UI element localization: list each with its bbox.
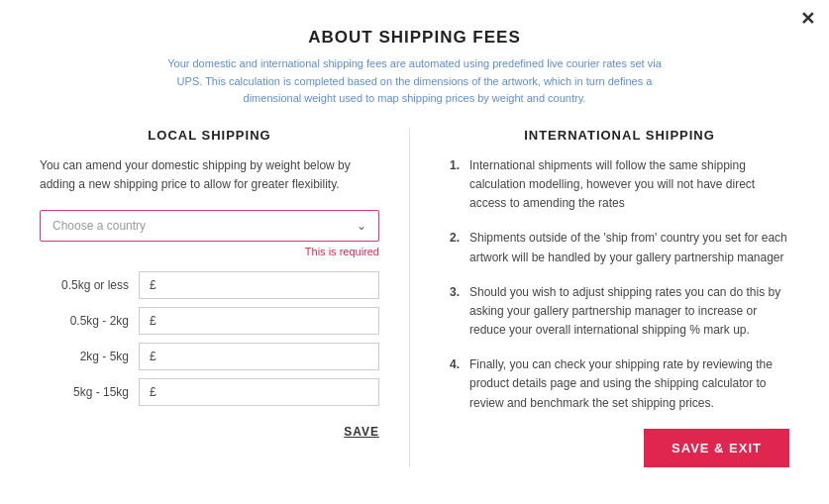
save-link-wrap: SAVE: [40, 422, 379, 440]
currency-symbol: £: [150, 350, 156, 363]
price-input-3[interactable]: [160, 385, 368, 399]
price-input-wrap: £: [139, 378, 379, 406]
weight-row: 0.5kg or less £: [40, 271, 379, 299]
modal: ✕ ABOUT SHIPPING FEES Your domestic and …: [0, 0, 829, 504]
international-list: 1. International shipments will follow t…: [450, 156, 789, 413]
list-item: 3. Should you wish to adjust shipping ra…: [450, 283, 789, 341]
list-item-num: 1.: [450, 156, 460, 175]
international-shipping-title: INTERNATIONAL SHIPPING: [450, 128, 789, 143]
modal-title: ABOUT SHIPPING FEES: [40, 28, 789, 48]
local-shipping-title: LOCAL SHIPPING: [40, 128, 379, 143]
modal-overlay: ✕ ABOUT SHIPPING FEES Your domestic and …: [0, 0, 829, 504]
currency-symbol: £: [150, 385, 156, 399]
weight-label: 0.5kg - 2kg: [40, 314, 129, 328]
list-item-text: International shipments will follow the …: [464, 156, 789, 214]
list-item-text: Should you wish to adjust shipping rates…: [464, 283, 789, 341]
price-input-wrap: £: [139, 271, 379, 299]
price-input-0[interactable]: [160, 278, 368, 292]
country-select[interactable]: Choose a country ⌄: [40, 210, 379, 242]
list-item-num: 4.: [450, 355, 460, 374]
weight-label: 0.5kg or less: [40, 278, 129, 292]
list-item: 1. International shipments will follow t…: [450, 156, 789, 214]
currency-symbol: £: [150, 314, 156, 328]
weight-row: 0.5kg - 2kg £: [40, 307, 379, 335]
weight-rows: 0.5kg or less £ 0.5kg - 2kg £: [40, 271, 379, 406]
price-input-wrap: £: [139, 343, 379, 370]
columns: LOCAL SHIPPING You can amend your domest…: [40, 128, 789, 467]
save-button[interactable]: SAVE: [344, 425, 379, 439]
list-item-text: Finally, you can check your shipping rat…: [464, 355, 789, 413]
price-input-2[interactable]: [160, 350, 368, 363]
weight-label: 2kg - 5kg: [40, 350, 129, 363]
list-item: 4. Finally, you can check your shipping …: [450, 355, 789, 413]
list-item-num: 2.: [450, 229, 460, 248]
local-shipping-desc: You can amend your domestic shipping by …: [40, 156, 379, 194]
list-item: 2. Shipments outside of the 'ship from' …: [450, 229, 789, 266]
save-exit-wrap: SAVE & EXIT: [450, 429, 789, 467]
currency-symbol: £: [150, 278, 156, 292]
weight-label: 5kg - 15kg: [40, 385, 129, 399]
chevron-down-icon: ⌄: [357, 219, 366, 233]
list-item-text: Shipments outside of the 'ship from' cou…: [464, 229, 789, 266]
local-shipping-column: LOCAL SHIPPING You can amend your domest…: [40, 128, 410, 467]
list-item-num: 3.: [450, 283, 460, 302]
price-input-1[interactable]: [160, 314, 368, 328]
close-button[interactable]: ✕: [800, 10, 815, 28]
weight-row: 5kg - 15kg £: [40, 378, 379, 406]
weight-row: 2kg - 5kg £: [40, 343, 379, 370]
international-shipping-column: INTERNATIONAL SHIPPING 1. International …: [410, 128, 789, 467]
price-input-wrap: £: [139, 307, 379, 335]
modal-subtitle: Your domestic and international shipping…: [167, 55, 663, 108]
required-text: This is required: [40, 246, 379, 257]
save-exit-button[interactable]: SAVE & EXIT: [644, 429, 789, 467]
country-select-label: Choose a country: [52, 219, 146, 233]
